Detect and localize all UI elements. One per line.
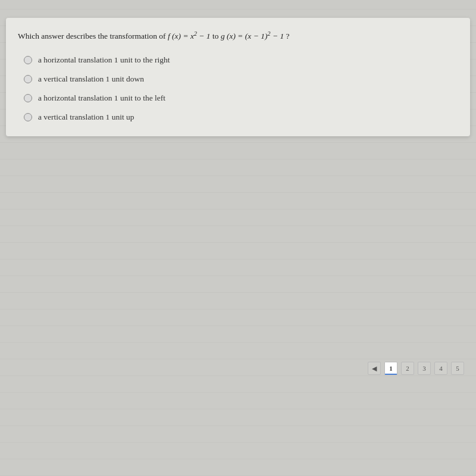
pagination-page-2[interactable]: 2 [401, 362, 414, 375]
radio-2[interactable] [24, 75, 32, 83]
pagination-page-4[interactable]: 4 [434, 362, 447, 375]
pagination-page-3[interactable]: 3 [418, 362, 431, 375]
option-4[interactable]: a vertical translation 1 unit up [24, 112, 458, 122]
option-1-label: a horizontal translation 1 unit to the r… [38, 55, 170, 65]
pagination-bar: ◀ 1 2 3 4 5 [368, 362, 464, 375]
radio-3[interactable] [24, 94, 32, 102]
pagination-page-1[interactable]: 1 [384, 362, 397, 375]
option-3-label: a horizontal translation 1 unit to the l… [38, 93, 165, 103]
question-card: Which answer describes the transformatio… [6, 18, 470, 136]
option-2-label: a vertical translation 1 unit down [38, 74, 144, 84]
radio-4[interactable] [24, 113, 32, 121]
option-3[interactable]: a horizontal translation 1 unit to the l… [24, 93, 458, 103]
option-1[interactable]: a horizontal translation 1 unit to the r… [24, 55, 458, 65]
f-function: f (x) = x2 − 1 [168, 32, 212, 40]
pagination-page-5[interactable]: 5 [451, 362, 464, 375]
option-2[interactable]: a vertical translation 1 unit down [24, 74, 458, 84]
g-function: g (x) = (x − 1)2 − 1 [221, 32, 286, 40]
options-list: a horizontal translation 1 unit to the r… [18, 55, 458, 122]
question-text: Which answer describes the transformatio… [18, 29, 458, 42]
option-4-label: a vertical translation 1 unit up [38, 112, 134, 122]
page-background: Which answer describes the transformatio… [0, 0, 476, 476]
radio-1[interactable] [24, 56, 32, 64]
pagination-prev[interactable]: ◀ [368, 362, 381, 375]
